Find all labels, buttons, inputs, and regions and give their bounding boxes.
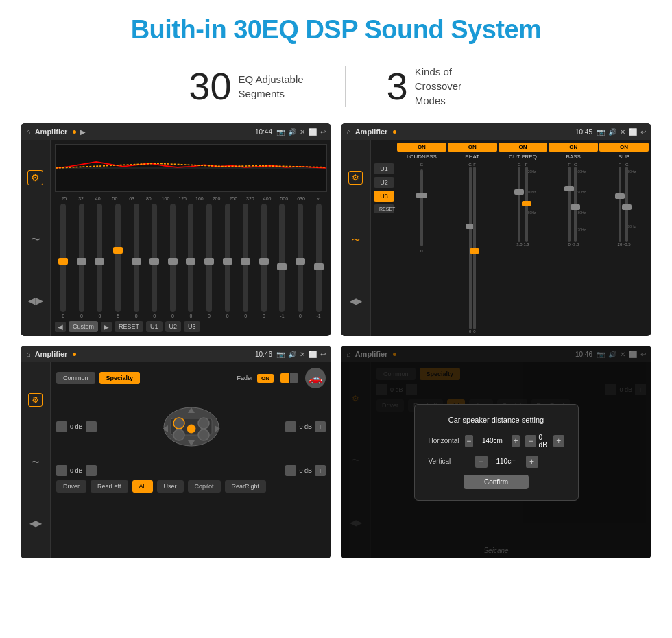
stat-crossover: 3 Kinds ofCrossover Modes	[346, 64, 525, 108]
eq-sidebar-wave-icon[interactable]: 〜	[31, 234, 40, 246]
crossover-sidebar-vol-icon[interactable]: ◀▶	[350, 296, 362, 306]
eq-u2-btn[interactable]: U2	[165, 321, 182, 332]
eq-u1-btn[interactable]: U1	[146, 321, 163, 332]
fader-db-row1: − 0 dB +	[56, 392, 326, 461]
fader-db-fr: − 0 dB +	[285, 421, 326, 432]
stats-row: 30 EQ AdjustableSegments 3 Kinds ofCross…	[0, 57, 672, 123]
eq-label-50: 50	[107, 196, 123, 201]
window-icon[interactable]: ⬜	[309, 128, 317, 136]
channel-phat-name: PHAT	[465, 154, 479, 160]
camera-icon: 📷	[276, 128, 285, 136]
fader-on-btn[interactable]: ON	[257, 374, 274, 383]
eq-sidebar-vol-icon[interactable]: ◀▶	[28, 295, 43, 306]
eq-sidebar-eq-icon[interactable]: ⚙	[27, 170, 43, 185]
db-rl-minus[interactable]: −	[56, 465, 67, 476]
fader-home-icon[interactable]: ⌂	[26, 350, 31, 358]
speaker-rearleft-btn[interactable]: RearLeft	[91, 480, 128, 493]
db-fl-plus[interactable]: +	[86, 421, 97, 432]
fader-sidebar-eq[interactable]: ⚙	[28, 393, 43, 407]
dialog-horizontal-db: − 0 dB +	[525, 434, 564, 449]
eq-slider-8: 0	[182, 204, 200, 318]
channel-bass: ON BASS F 0 100Hz 90Hz	[549, 143, 598, 333]
eq-freq-labels: 25 32 40 50 63 80 100 125 160 200 250 32…	[55, 196, 327, 201]
stat-eq-number: 30	[189, 64, 231, 108]
eq-u3-btn[interactable]: U3	[184, 321, 200, 332]
confirm-button[interactable]: Confirm	[464, 475, 529, 489]
speaker-driver-btn[interactable]: Driver	[56, 480, 86, 493]
crossover-sidebar-eq-icon[interactable]: ⚙	[348, 171, 363, 185]
dialog-horizontal-plus[interactable]: +	[512, 435, 520, 447]
dialog-vertical-row: Vertical − 110cm +	[429, 456, 564, 468]
db-rl-plus[interactable]: +	[86, 465, 97, 476]
fader-window-icon[interactable]: ⬜	[309, 351, 317, 358]
fader-back-icon[interactable]: ↩	[320, 351, 326, 358]
crossover-home-icon[interactable]: ⌂	[346, 128, 351, 136]
channel-sub-name: SUB	[619, 154, 629, 160]
tab-specialty[interactable]: Specialty	[99, 372, 141, 384]
channel-bass-on[interactable]: ON	[549, 143, 598, 152]
speaker-all-btn[interactable]: All	[132, 480, 153, 493]
channel-phat: ON PHAT G 0	[448, 143, 497, 333]
stat-crossover-number: 3	[387, 64, 408, 108]
fader-header: ⌂ Amplifier 10:46 📷 🔊 ✕ ⬜ ↩	[21, 346, 331, 362]
crossover-back-icon[interactable]: ↩	[640, 128, 646, 136]
crossover-close-icon[interactable]: ✕	[620, 128, 625, 136]
eq-slider-15: -1	[310, 204, 327, 318]
db-fr-plus[interactable]: +	[315, 421, 326, 432]
channel-sub-on[interactable]: ON	[599, 143, 649, 152]
dialog-horizontal-minus[interactable]: −	[465, 435, 473, 447]
fader-sidebar-vol[interactable]: ◀▶	[29, 519, 42, 528]
crossover-sidebar: ⚙ 〜 ◀▶	[341, 140, 371, 336]
dialog-vertical-minus[interactable]: −	[475, 456, 488, 468]
speaker-copilot-btn[interactable]: Copilot	[188, 480, 221, 493]
eq-slider-7: 0	[165, 204, 182, 318]
speaker-rearright-btn[interactable]: RearRight	[225, 480, 267, 493]
fader-close-icon[interactable]: ✕	[300, 351, 305, 358]
channel-phat-on[interactable]: ON	[448, 143, 497, 152]
db-fr-minus[interactable]: −	[285, 421, 296, 432]
dialog-vertical-plus[interactable]: +	[526, 456, 538, 468]
crossover-channels: ON LOUDNESS G 0	[397, 143, 649, 333]
fader-content: ⚙ 〜 ◀▶ Common Specialty Fader ON 🚗	[21, 362, 331, 558]
eq-slider-13: -1	[274, 204, 291, 318]
fader-car-icon[interactable]: 🚗	[305, 368, 326, 388]
crossover-reset-btn[interactable]: RESET	[374, 204, 394, 213]
dialog-horizontal-value: 140cm	[479, 437, 506, 445]
tab-common[interactable]: Common	[56, 372, 95, 384]
db-fl-minus[interactable]: −	[56, 421, 67, 432]
eq-reset-btn[interactable]: RESET	[115, 321, 143, 332]
crossover-u1-btn[interactable]: U1	[374, 163, 394, 174]
db-rr-plus[interactable]: +	[315, 465, 326, 476]
play-icon[interactable]: ▶	[80, 128, 86, 136]
eq-more-icon[interactable]: »	[310, 196, 326, 201]
speaker-user-btn[interactable]: User	[157, 480, 184, 493]
crossover-u2-btn[interactable]: U2	[374, 177, 394, 188]
close-icon[interactable]: ✕	[300, 128, 305, 136]
eq-header: ⌂ Amplifier ▶ 10:44 📷 🔊 ✕ ⬜ ↩	[21, 123, 331, 140]
eq-label-32: 32	[73, 196, 89, 201]
crossover-camera-icon: 📷	[597, 128, 605, 136]
fader-volume-icon: 🔊	[288, 351, 296, 358]
distance-screen: ⌂ Amplifier 10:46 📷 🔊 ✕ ⬜ ↩ ⚙ 〜 ◀▶ Commo…	[341, 346, 651, 558]
crossover-title: Amplifier	[355, 128, 388, 136]
home-icon[interactable]: ⌂	[26, 128, 31, 136]
crossover-window-icon[interactable]: ⬜	[629, 128, 637, 136]
crossover-status-dot	[393, 130, 396, 134]
eq-prev-btn[interactable]: ◀	[55, 322, 66, 332]
dialog-h-db-minus[interactable]: −	[525, 435, 536, 447]
db-rr-minus[interactable]: −	[285, 465, 296, 476]
fader-sidebar-wave[interactable]: 〜	[32, 457, 40, 469]
eq-custom-btn[interactable]: Custom	[69, 321, 98, 332]
eq-next-btn[interactable]: ▶	[101, 322, 112, 332]
crossover-u3-btn[interactable]: U3	[374, 191, 394, 202]
channel-loudness-on[interactable]: ON	[397, 143, 446, 152]
back-icon[interactable]: ↩	[320, 128, 326, 136]
eq-label-250: 250	[226, 196, 241, 201]
crossover-sidebar-wave-icon[interactable]: 〜	[352, 235, 360, 246]
car-diagram	[97, 392, 286, 461]
crossover-time: 10:45	[575, 128, 592, 136]
channel-cutfreq-on[interactable]: ON	[499, 143, 548, 152]
dialog-title: Car speaker distance setting	[429, 416, 564, 424]
crossover-content: ⚙ 〜 ◀▶ U1 U2 U3 RESET	[341, 140, 651, 336]
dialog-h-db-plus[interactable]: +	[553, 435, 564, 447]
